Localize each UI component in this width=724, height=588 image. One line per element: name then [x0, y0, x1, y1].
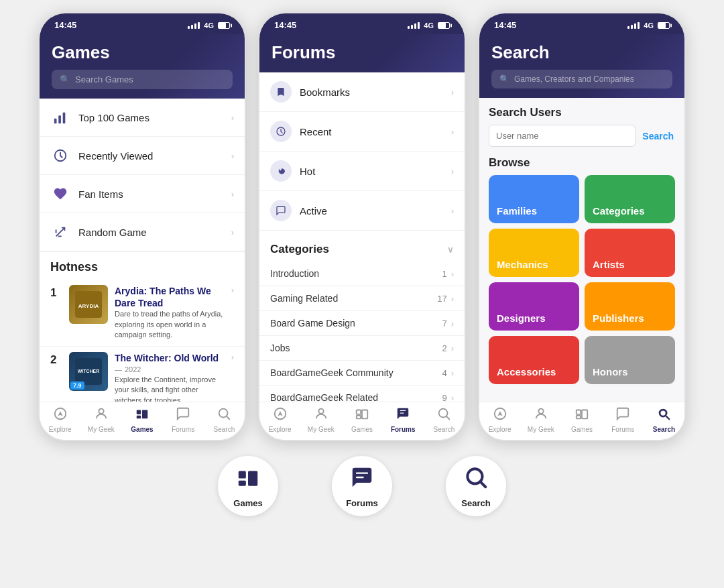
fan-items-chevron: ›	[231, 189, 234, 199]
cat-count-introduction: 1	[442, 269, 446, 279]
cat-row-bgg-community[interactable]: BoardGameGeek Community 4 ›	[259, 361, 465, 386]
forum-item-active[interactable]: Active ›	[259, 191, 465, 231]
explore-nav-icon-search	[493, 406, 507, 424]
forums-content: Forums Bookmarks ›	[259, 34, 465, 440]
tile-artists[interactable]: Artists	[585, 229, 675, 277]
nav-forums-active[interactable]: Forums	[383, 406, 424, 433]
nav-explore-search[interactable]: Explore	[479, 406, 520, 433]
search-circle-icon	[463, 465, 489, 495]
nav-search-forums[interactable]: Search	[424, 406, 465, 433]
battery-icon-forums	[438, 22, 450, 29]
user-search-row: Search	[489, 125, 675, 147]
games-bottom-nav: Explore My Geek Games	[40, 402, 245, 440]
cat-chevron-jobs: ›	[451, 343, 454, 353]
nav-label-mygeek-games: My Geek	[88, 426, 115, 433]
mygeek-nav-icon	[94, 406, 109, 424]
categories-list: Introduction 1 › Gaming Related 17 › Boa…	[259, 261, 465, 402]
time-search: 14:45	[494, 20, 516, 30]
nav-games-active[interactable]: Games	[121, 406, 162, 433]
status-bar-search: 14:45 4G	[479, 13, 684, 34]
explore-nav-icon	[53, 406, 68, 424]
cat-count-bgg-related: 9	[442, 393, 446, 402]
menu-item-recently-viewed[interactable]: Recently Viewed ›	[40, 137, 245, 175]
nav-forums-search[interactable]: Forums	[603, 406, 644, 433]
search-bar-search[interactable]: 🔍 Games, Creators and Companies	[491, 70, 672, 89]
hotness-item-1[interactable]: 1 ARYDIA Arydia: The Paths We Dare Tread…	[40, 280, 245, 347]
svg-line-4	[56, 228, 65, 237]
svg-rect-17	[142, 410, 147, 419]
svg-rect-25	[362, 410, 367, 419]
nav-forums-games[interactable]: Forums	[163, 406, 204, 433]
forum-item-hot[interactable]: Hot ›	[259, 152, 465, 191]
nav-mygeek-search[interactable]: My Geek	[520, 406, 561, 433]
search-icon-games: 🔍	[60, 74, 70, 84]
categories-header[interactable]: Categories ∨	[259, 237, 465, 261]
bottom-icons-row: Games Forums Search	[218, 441, 506, 523]
menu-item-fan-items[interactable]: Fan Items ›	[40, 175, 245, 213]
forum-item-recent[interactable]: Recent ›	[259, 112, 465, 152]
search-nav-icon-forums	[436, 406, 451, 424]
active-chevron: ›	[451, 206, 454, 216]
tile-families[interactable]: Families	[489, 175, 579, 223]
menu-item-random-game[interactable]: Random Game ›	[40, 213, 245, 251]
cat-name-jobs: Jobs	[270, 343, 442, 353]
forums-top-menu: Bookmarks › Recent › Hot	[259, 72, 465, 231]
game-thumb-witcher: WITCHER 7.9	[69, 352, 108, 391]
nav-label-search-games: Search	[214, 426, 235, 433]
active-label: Active	[300, 205, 451, 217]
categories-label: Categories	[270, 243, 329, 256]
top100-icon	[50, 107, 70, 127]
svg-text:ARYDIA: ARYDIA	[78, 303, 99, 309]
cat-row-jobs[interactable]: Jobs 2 ›	[259, 336, 465, 361]
tile-accessories[interactable]: Accessories	[489, 336, 579, 384]
games-body: Top 100 Games › Recently Viewed ›	[40, 99, 245, 402]
status-bar-forums: 14:45 4G	[259, 13, 465, 34]
battery-icon-games	[218, 22, 230, 29]
nav-games-forums[interactable]: Games	[341, 406, 382, 433]
cat-row-introduction[interactable]: Introduction 1 ›	[259, 261, 465, 286]
nav-label-search-active: Search	[653, 426, 675, 433]
cat-count-board-game-design: 7	[442, 318, 446, 329]
svg-rect-1	[58, 115, 61, 123]
svg-point-14	[99, 409, 103, 414]
icon-circle-forums: Forums	[332, 456, 392, 516]
tile-honors[interactable]: Honors	[585, 336, 675, 384]
games-search-bar[interactable]: 🔍 Search Games	[52, 70, 233, 89]
cat-row-bgg-related[interactable]: BoardGameGeek Related 9 ›	[259, 386, 465, 402]
cat-chevron-bgg-related: ›	[451, 393, 454, 402]
cat-row-board-game-design[interactable]: Board Game Design 7 ›	[259, 311, 465, 336]
search-phone: 14:45 4G Search 🔍 Games, Creators and Co…	[478, 12, 686, 441]
tile-publishers[interactable]: Publishers	[585, 282, 675, 331]
nav-mygeek-forums[interactable]: My Geek	[300, 406, 341, 433]
search-nav-icon-games	[217, 406, 231, 424]
menu-item-top100[interactable]: Top 100 Games ›	[40, 99, 245, 137]
nav-label-games-active: Games	[131, 426, 153, 433]
search-users-button[interactable]: Search	[641, 128, 675, 144]
tile-label-accessories: Accessories	[497, 366, 556, 377]
nav-search-active[interactable]: Search	[644, 406, 684, 433]
nav-games-search[interactable]: Games	[561, 406, 602, 433]
tile-categories[interactable]: Categories	[585, 175, 675, 223]
cat-row-gaming-related[interactable]: Gaming Related 17 ›	[259, 286, 465, 311]
svg-rect-15	[137, 410, 141, 414]
forum-item-bookmarks[interactable]: Bookmarks ›	[259, 72, 465, 112]
username-input[interactable]	[489, 125, 636, 147]
search-nav-icon-active	[656, 406, 671, 424]
nav-mygeek-games[interactable]: My Geek	[80, 406, 121, 433]
nav-explore-games[interactable]: Explore	[40, 406, 80, 433]
nav-search-games[interactable]: Search	[204, 406, 245, 433]
status-right-search: 4G	[627, 21, 670, 30]
games-circle-label: Games	[233, 498, 262, 508]
bookmarks-chevron: ›	[451, 87, 454, 97]
game-desc-witcher: Explore the Continent, improve your skil…	[115, 375, 225, 402]
tile-mechanics[interactable]: Mechanics	[489, 229, 579, 277]
recently-viewed-label: Recently Viewed	[78, 150, 231, 162]
tile-designers[interactable]: Designers	[489, 282, 579, 331]
search-placeholder-search: Games, Creators and Companies	[514, 74, 634, 84]
nav-explore-forums[interactable]: Explore	[259, 406, 300, 433]
svg-rect-16	[137, 416, 141, 419]
hotness-item-2[interactable]: 2 WITCHER 7.9 The Witcher: Old World — 2…	[40, 347, 245, 402]
forums-nav-icon-search	[615, 406, 630, 424]
games-menu: Top 100 Games › Recently Viewed ›	[40, 99, 245, 252]
game-info-arydia: Arydia: The Paths We Dare Tread Dare to …	[115, 285, 225, 341]
